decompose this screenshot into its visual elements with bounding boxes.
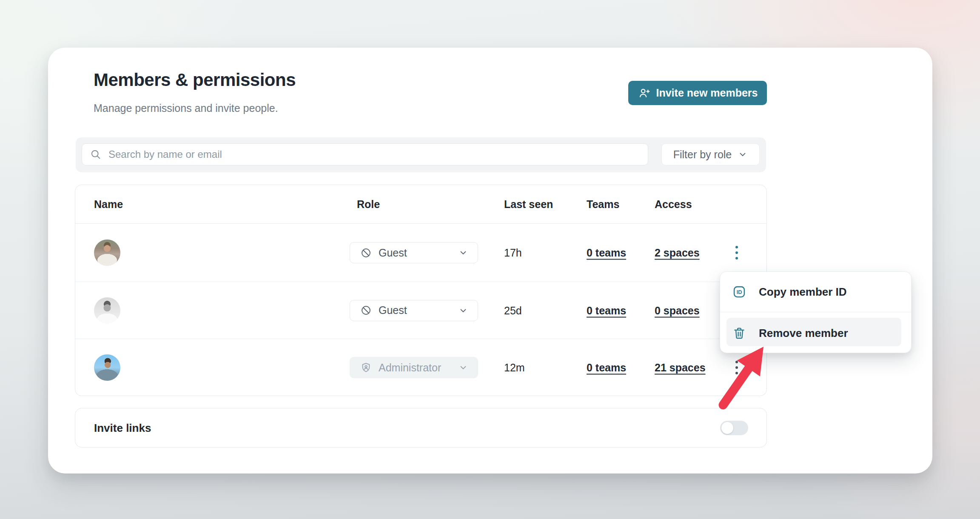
access-link[interactable]: 0 spaces [655, 304, 700, 317]
shield-person-icon [360, 362, 372, 374]
page-subtitle: Manage permissions and invite people. [94, 102, 278, 114]
search-input[interactable] [108, 148, 641, 161]
table-header: Name Role Last seen Teams Access [75, 185, 766, 224]
role-dropdown[interactable]: Administrator [350, 357, 478, 378]
person-add-icon [638, 87, 650, 100]
no-entry-icon [360, 247, 372, 259]
search-box[interactable] [82, 143, 648, 165]
last-seen-value: 12m [504, 362, 525, 374]
teams-link[interactable]: 0 teams [587, 247, 626, 259]
column-header-role: Role [357, 198, 380, 211]
last-seen-value: 17h [504, 247, 522, 259]
invite-button-label: Invite new members [656, 87, 758, 99]
column-header-teams: Teams [587, 198, 619, 211]
teams-link[interactable]: 0 teams [587, 362, 626, 374]
column-header-last-seen: Last seen [504, 198, 553, 211]
chevron-down-icon [458, 305, 468, 316]
chevron-down-icon [738, 149, 748, 160]
role-value: Guest [379, 247, 407, 259]
row-actions-kebab-icon[interactable] [729, 243, 744, 262]
invite-new-members-button[interactable]: Invite new members [628, 81, 767, 105]
column-header-access: Access [655, 198, 692, 211]
svg-text:ID: ID [737, 289, 742, 295]
members-permissions-screen: Members & permissions Manage permissions… [0, 0, 980, 519]
role-value: Administrator [379, 362, 441, 374]
row-context-menu: ID Copy member ID Remove member [720, 271, 912, 353]
avatar [94, 240, 120, 266]
menu-item-label: Copy member ID [759, 285, 847, 299]
row-actions-kebab-icon[interactable] [729, 358, 744, 377]
table-row: Guest 17h 0 teams 2 spaces [75, 224, 766, 282]
role-dropdown[interactable]: Guest [350, 300, 478, 321]
no-entry-icon [360, 305, 372, 316]
table-row: Guest 25d 0 teams 0 spaces [75, 282, 766, 339]
role-value: Guest [379, 304, 407, 317]
chevron-down-icon [458, 362, 468, 373]
menu-item-label: Remove member [759, 326, 848, 339]
access-link[interactable]: 2 spaces [655, 247, 700, 259]
teams-link[interactable]: 0 teams [587, 304, 626, 317]
invite-links-section: Invite links [75, 408, 767, 448]
invite-links-label: Invite links [94, 421, 151, 434]
menu-item-remove-member[interactable]: Remove member [720, 312, 911, 354]
last-seen-value: 25d [504, 304, 522, 317]
avatar [94, 354, 120, 381]
role-dropdown[interactable]: Guest [350, 242, 478, 263]
column-header-name: Name [94, 198, 123, 211]
search-icon [90, 148, 102, 160]
members-table: Name Role Last seen Teams Access Guest 1… [75, 185, 767, 396]
filter-label: Filter by role [673, 148, 732, 161]
table-row: Administrator 12m 0 teams 21 spaces [75, 339, 766, 396]
access-link[interactable]: 21 spaces [655, 362, 706, 374]
filter-by-role-dropdown[interactable]: Filter by role [661, 143, 760, 165]
search-filter-toolbar: Filter by role [76, 137, 766, 172]
menu-item-copy-member-id[interactable]: ID Copy member ID [720, 272, 911, 312]
trash-icon [732, 326, 746, 340]
invite-links-toggle[interactable] [720, 421, 748, 435]
page-title: Members & permissions [94, 70, 296, 90]
toggle-knob [721, 422, 733, 434]
id-badge-icon: ID [732, 285, 746, 299]
avatar [94, 297, 120, 324]
settings-card: Members & permissions Manage permissions… [48, 48, 932, 473]
chevron-down-icon [458, 248, 468, 258]
